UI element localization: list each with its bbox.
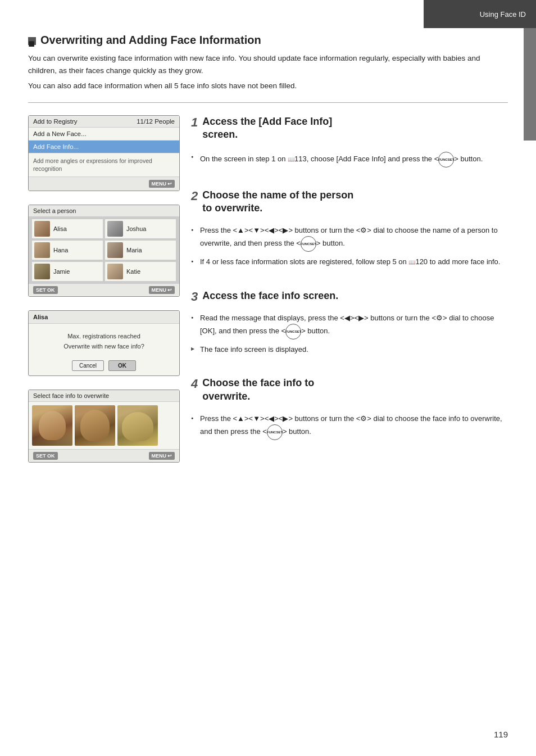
section-divider [28,102,508,103]
page-number: 119 [494,730,508,739]
ss3-ok-button[interactable]: OK [108,360,136,371]
step-4-number: 4 [191,378,198,390]
step-3-arrow-1: The face info screen is displayed. [191,344,508,355]
ss1-add-new-face: Add a New Face... [29,128,179,141]
step-1-bullet-1: On the screen in step 1 on 📖113, choose … [191,152,508,168]
intro-paragraph-2: You can also add face information when a… [28,80,508,92]
step-2-block: 2 Choose the name of the personto overwr… [191,189,508,273]
func-set-icon-1: FUNCSET [438,152,454,168]
screenshot-2: Select a person Alisa Joshua Hana [28,205,180,297]
step-2-heading: Choose the name of the personto overwrit… [202,189,353,215]
step-1-block: 1 Access the [Add Face Info]screen. On t… [191,115,508,172]
ss3-name-header: Alisa [29,311,179,324]
step-1-heading: Access the [Add Face Info]screen. [202,115,332,142]
step-1-number: 1 [191,116,198,129]
func-set-icon-4: FUNCSET [267,424,283,440]
section-title: ■ Overwriting and Adding Face Informatio… [28,34,508,47]
ss2-header: Select a person [29,205,179,217]
screenshot-1: Add to Registry 11/12 People Add a New F… [28,115,180,191]
ss1-count: 11/12 People [137,118,175,125]
page-content: ■ Overwriting and Adding Face Informatio… [0,0,536,485]
ss1-footer: MENU ↩ [29,176,179,191]
screenshot-3: Alisa Max. registrations reachedOverwrit… [28,310,180,376]
person-joshua-name: Joshua [126,225,146,232]
face-thumb-joshua [107,221,123,237]
step-4-heading-row: 4 Choose the face info tooverwrite. [191,377,508,409]
ss1-label: Add to Registry [33,118,78,125]
step-3-bullets: Read the message that displays, press th… [191,313,508,355]
ss4-face-2 [75,405,115,446]
ss4-face-3 [117,405,158,446]
person-alisa: Alisa [32,219,103,238]
ss4-header: Select face info to overwrite [29,390,179,402]
ss2-person-grid: Alisa Joshua Hana Maria [29,217,179,283]
ss2-set-ok-button: SET OK [33,286,58,294]
person-katie: Katie [105,262,176,281]
step-3-heading: Access the face info screen. [202,289,338,302]
person-alisa-name: Alisa [53,225,67,232]
step-3-heading-row: 3 Access the face info screen. [191,289,508,308]
steps-area: Add to Registry 11/12 People Add a New F… [28,115,508,463]
ss2-menu-arrow: ↩ [167,287,172,293]
face-thumb-alisa [34,221,50,237]
ss4-face-1 [32,405,72,446]
ss1-menu-arrow: ↩ [167,181,172,187]
header-title: Using Face ID [480,10,526,19]
step-1-bullets: On the screen in step 1 on 📖113, choose … [191,152,508,168]
face-thumb-katie [107,264,123,279]
step-1-heading-row: 1 Access the [Add Face Info]screen. [191,115,508,147]
ss2-footer: SET OK MENU ↩ [29,283,179,296]
ss1-registry-row: Add to Registry 11/12 People [29,116,179,128]
ss1-menu-button: MENU ↩ [149,180,175,188]
person-joshua: Joshua [105,219,176,238]
step-4-bullets: Press the <▲><▼><◀><▶> buttons or turn t… [191,413,508,440]
right-accent-bar [524,28,536,141]
section-heading-text: Overwriting and Adding Face Information [40,34,261,47]
step-4-heading: Choose the face info tooverwrite. [202,377,314,403]
person-katie-name: Katie [126,268,140,275]
ss1-hint-text: Add more angles or expressions for impro… [29,153,179,176]
screenshot-4: Select face info to overwrite SET [28,390,180,463]
step-2-bullet-1: Press the <▲><▼><◀><▶> buttons or turn t… [191,225,508,252]
step-2-bullets: Press the <▲><▼><◀><▶> buttons or turn t… [191,225,508,268]
person-maria-name: Maria [126,247,142,253]
step-2-heading-row: 2 Choose the name of the personto overwr… [191,189,508,221]
person-jamie: Jamie [32,262,103,281]
step-3-block: 3 Access the face info screen. Read the … [191,289,508,360]
ss3-message-text: Max. registrations reachedOverwrite with… [63,333,144,350]
func-set-icon-2: FUNCSET [301,236,316,252]
ss4-face-grid [29,402,179,449]
steps-column: 1 Access the [Add Face Info]screen. On t… [191,115,508,463]
step-2-number: 2 [191,190,198,202]
step-3-bullet-1: Read the message that displays, press th… [191,313,508,339]
ss4-set-ok-button: SET OK [33,452,58,460]
ss3-cancel-button[interactable]: Cancel [72,360,104,371]
ss4-menu-arrow: ↩ [167,453,172,459]
ss2-menu-button: MENU ↩ [149,286,175,294]
step-2-bullet-2: If 4 or less face information slots are … [191,256,508,268]
step-4-bullet-1: Press the <▲><▼><◀><▶> buttons or turn t… [191,413,508,440]
ss3-button-row: Cancel OK [29,357,179,375]
person-jamie-name: Jamie [53,268,70,275]
ss4-menu-button: MENU ↩ [149,452,175,460]
ss3-message: Max. registrations reachedOverwrite with… [29,324,179,357]
step-4-block: 4 Choose the face info tooverwrite. Pres… [191,377,508,445]
step-3-number: 3 [191,291,198,303]
face-thumb-hana [34,242,50,258]
face-thumb-maria [107,242,123,258]
intro-paragraph-1: You can overwrite existing face informat… [28,52,508,76]
section-icon: ■ [28,37,36,45]
person-hana-name: Hana [53,247,68,253]
header-bar: Using Face ID [424,0,536,28]
screenshots-column: Add to Registry 11/12 People Add a New F… [28,115,191,463]
person-hana: Hana [32,241,103,260]
func-set-icon-3: FUNCSET [285,324,301,339]
person-maria: Maria [105,241,176,260]
ss1-add-face-info: Add Face Info... [29,141,179,153]
face-thumb-jamie [34,264,50,279]
ss4-footer: SET OK MENU ↩ [29,449,179,462]
